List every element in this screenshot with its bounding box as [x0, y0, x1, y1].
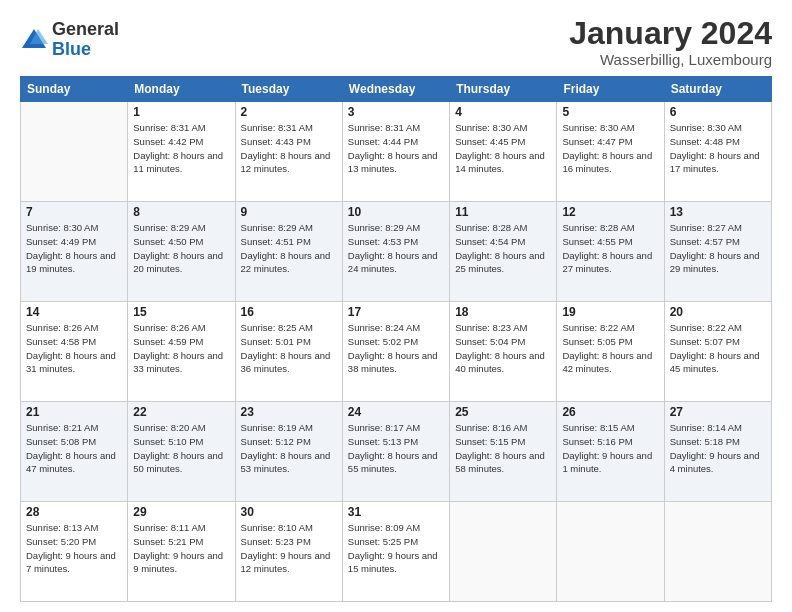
- calendar-day-header: Thursday: [450, 77, 557, 102]
- calendar-day-header: Friday: [557, 77, 664, 102]
- day-number: 5: [562, 105, 658, 119]
- title-block: January 2024 Wasserbillig, Luxembourg: [569, 16, 772, 68]
- day-info: Sunrise: 8:16 AM Sunset: 5:15 PM Dayligh…: [455, 421, 551, 476]
- calendar-cell: 30Sunrise: 8:10 AM Sunset: 5:23 PM Dayli…: [235, 502, 342, 602]
- day-info: Sunrise: 8:25 AM Sunset: 5:01 PM Dayligh…: [241, 321, 337, 376]
- calendar-cell: [664, 502, 771, 602]
- calendar-cell: 19Sunrise: 8:22 AM Sunset: 5:05 PM Dayli…: [557, 302, 664, 402]
- calendar-day-header: Wednesday: [342, 77, 449, 102]
- calendar-cell: 13Sunrise: 8:27 AM Sunset: 4:57 PM Dayli…: [664, 202, 771, 302]
- calendar-week-row: 21Sunrise: 8:21 AM Sunset: 5:08 PM Dayli…: [21, 402, 772, 502]
- day-info: Sunrise: 8:26 AM Sunset: 4:59 PM Dayligh…: [133, 321, 229, 376]
- day-number: 6: [670, 105, 766, 119]
- day-info: Sunrise: 8:22 AM Sunset: 5:05 PM Dayligh…: [562, 321, 658, 376]
- day-info: Sunrise: 8:22 AM Sunset: 5:07 PM Dayligh…: [670, 321, 766, 376]
- day-number: 21: [26, 405, 122, 419]
- calendar-cell: 5Sunrise: 8:30 AM Sunset: 4:47 PM Daylig…: [557, 102, 664, 202]
- calendar-day-header: Tuesday: [235, 77, 342, 102]
- day-info: Sunrise: 8:31 AM Sunset: 4:42 PM Dayligh…: [133, 121, 229, 176]
- day-number: 18: [455, 305, 551, 319]
- day-number: 22: [133, 405, 229, 419]
- day-number: 25: [455, 405, 551, 419]
- day-info: Sunrise: 8:31 AM Sunset: 4:43 PM Dayligh…: [241, 121, 337, 176]
- logo-general: General: [52, 20, 119, 40]
- day-number: 12: [562, 205, 658, 219]
- day-info: Sunrise: 8:10 AM Sunset: 5:23 PM Dayligh…: [241, 521, 337, 576]
- day-number: 13: [670, 205, 766, 219]
- day-number: 19: [562, 305, 658, 319]
- calendar-cell: [450, 502, 557, 602]
- calendar-cell: 31Sunrise: 8:09 AM Sunset: 5:25 PM Dayli…: [342, 502, 449, 602]
- calendar-cell: 26Sunrise: 8:15 AM Sunset: 5:16 PM Dayli…: [557, 402, 664, 502]
- logo: General Blue: [20, 20, 119, 60]
- day-number: 24: [348, 405, 444, 419]
- calendar-cell: [21, 102, 128, 202]
- calendar-cell: 25Sunrise: 8:16 AM Sunset: 5:15 PM Dayli…: [450, 402, 557, 502]
- header: General Blue January 2024 Wasserbillig, …: [20, 16, 772, 68]
- calendar-day-header: Saturday: [664, 77, 771, 102]
- calendar-cell: 7Sunrise: 8:30 AM Sunset: 4:49 PM Daylig…: [21, 202, 128, 302]
- day-info: Sunrise: 8:15 AM Sunset: 5:16 PM Dayligh…: [562, 421, 658, 476]
- day-info: Sunrise: 8:29 AM Sunset: 4:50 PM Dayligh…: [133, 221, 229, 276]
- day-info: Sunrise: 8:13 AM Sunset: 5:20 PM Dayligh…: [26, 521, 122, 576]
- day-number: 28: [26, 505, 122, 519]
- logo-icon: [20, 26, 48, 54]
- calendar-cell: 27Sunrise: 8:14 AM Sunset: 5:18 PM Dayli…: [664, 402, 771, 502]
- day-number: 30: [241, 505, 337, 519]
- day-info: Sunrise: 8:28 AM Sunset: 4:55 PM Dayligh…: [562, 221, 658, 276]
- logo-text: General Blue: [52, 20, 119, 60]
- day-info: Sunrise: 8:31 AM Sunset: 4:44 PM Dayligh…: [348, 121, 444, 176]
- calendar-cell: 15Sunrise: 8:26 AM Sunset: 4:59 PM Dayli…: [128, 302, 235, 402]
- calendar-cell: 3Sunrise: 8:31 AM Sunset: 4:44 PM Daylig…: [342, 102, 449, 202]
- day-number: 16: [241, 305, 337, 319]
- calendar-cell: 21Sunrise: 8:21 AM Sunset: 5:08 PM Dayli…: [21, 402, 128, 502]
- calendar-cell: 24Sunrise: 8:17 AM Sunset: 5:13 PM Dayli…: [342, 402, 449, 502]
- day-info: Sunrise: 8:19 AM Sunset: 5:12 PM Dayligh…: [241, 421, 337, 476]
- day-info: Sunrise: 8:30 AM Sunset: 4:48 PM Dayligh…: [670, 121, 766, 176]
- location: Wasserbillig, Luxembourg: [569, 51, 772, 68]
- day-number: 11: [455, 205, 551, 219]
- calendar-table: SundayMondayTuesdayWednesdayThursdayFrid…: [20, 76, 772, 602]
- calendar-cell: 1Sunrise: 8:31 AM Sunset: 4:42 PM Daylig…: [128, 102, 235, 202]
- day-info: Sunrise: 8:29 AM Sunset: 4:53 PM Dayligh…: [348, 221, 444, 276]
- day-info: Sunrise: 8:09 AM Sunset: 5:25 PM Dayligh…: [348, 521, 444, 576]
- calendar-cell: 22Sunrise: 8:20 AM Sunset: 5:10 PM Dayli…: [128, 402, 235, 502]
- calendar-cell: 10Sunrise: 8:29 AM Sunset: 4:53 PM Dayli…: [342, 202, 449, 302]
- calendar-cell: 28Sunrise: 8:13 AM Sunset: 5:20 PM Dayli…: [21, 502, 128, 602]
- calendar-week-row: 14Sunrise: 8:26 AM Sunset: 4:58 PM Dayli…: [21, 302, 772, 402]
- day-info: Sunrise: 8:20 AM Sunset: 5:10 PM Dayligh…: [133, 421, 229, 476]
- calendar-cell: 17Sunrise: 8:24 AM Sunset: 5:02 PM Dayli…: [342, 302, 449, 402]
- day-info: Sunrise: 8:30 AM Sunset: 4:49 PM Dayligh…: [26, 221, 122, 276]
- calendar-cell: 12Sunrise: 8:28 AM Sunset: 4:55 PM Dayli…: [557, 202, 664, 302]
- calendar-week-row: 7Sunrise: 8:30 AM Sunset: 4:49 PM Daylig…: [21, 202, 772, 302]
- calendar-day-header: Monday: [128, 77, 235, 102]
- day-number: 31: [348, 505, 444, 519]
- calendar-cell: 20Sunrise: 8:22 AM Sunset: 5:07 PM Dayli…: [664, 302, 771, 402]
- day-number: 1: [133, 105, 229, 119]
- day-info: Sunrise: 8:29 AM Sunset: 4:51 PM Dayligh…: [241, 221, 337, 276]
- calendar-cell: 23Sunrise: 8:19 AM Sunset: 5:12 PM Dayli…: [235, 402, 342, 502]
- calendar-cell: 16Sunrise: 8:25 AM Sunset: 5:01 PM Dayli…: [235, 302, 342, 402]
- calendar-day-header: Sunday: [21, 77, 128, 102]
- day-info: Sunrise: 8:30 AM Sunset: 4:45 PM Dayligh…: [455, 121, 551, 176]
- day-info: Sunrise: 8:26 AM Sunset: 4:58 PM Dayligh…: [26, 321, 122, 376]
- day-number: 15: [133, 305, 229, 319]
- day-number: 20: [670, 305, 766, 319]
- calendar-cell: 14Sunrise: 8:26 AM Sunset: 4:58 PM Dayli…: [21, 302, 128, 402]
- day-info: Sunrise: 8:30 AM Sunset: 4:47 PM Dayligh…: [562, 121, 658, 176]
- day-info: Sunrise: 8:23 AM Sunset: 5:04 PM Dayligh…: [455, 321, 551, 376]
- day-number: 3: [348, 105, 444, 119]
- calendar-cell: 4Sunrise: 8:30 AM Sunset: 4:45 PM Daylig…: [450, 102, 557, 202]
- day-number: 8: [133, 205, 229, 219]
- calendar-cell: 18Sunrise: 8:23 AM Sunset: 5:04 PM Dayli…: [450, 302, 557, 402]
- calendar-week-row: 1Sunrise: 8:31 AM Sunset: 4:42 PM Daylig…: [21, 102, 772, 202]
- calendar-cell: 11Sunrise: 8:28 AM Sunset: 4:54 PM Dayli…: [450, 202, 557, 302]
- day-number: 10: [348, 205, 444, 219]
- day-number: 7: [26, 205, 122, 219]
- calendar-cell: [557, 502, 664, 602]
- day-info: Sunrise: 8:14 AM Sunset: 5:18 PM Dayligh…: [670, 421, 766, 476]
- day-info: Sunrise: 8:21 AM Sunset: 5:08 PM Dayligh…: [26, 421, 122, 476]
- calendar-week-row: 28Sunrise: 8:13 AM Sunset: 5:20 PM Dayli…: [21, 502, 772, 602]
- calendar-cell: 6Sunrise: 8:30 AM Sunset: 4:48 PM Daylig…: [664, 102, 771, 202]
- month-title: January 2024: [569, 16, 772, 51]
